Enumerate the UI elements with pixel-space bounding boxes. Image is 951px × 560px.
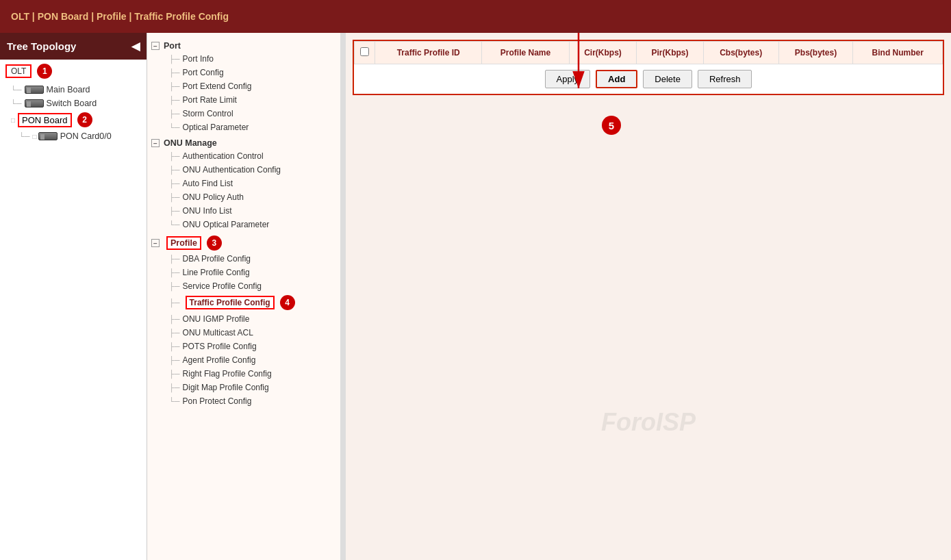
nav-item-onu-policy-auth[interactable]: ├─ ONU Policy Auth <box>147 190 340 204</box>
refresh-button[interactable]: Refresh <box>698 70 752 88</box>
port-section-header[interactable]: − Port <box>147 40 340 52</box>
main-layout: Tree Topology ◀ OLT 1 └─ Main Board └─ S… <box>0 33 951 560</box>
tree-switch-board[interactable]: └─ Switch Board <box>0 97 147 110</box>
watermark: ForoISP <box>601 408 696 437</box>
col-bind-number: Bind Number <box>853 42 943 64</box>
pon-board-cb: □ <box>11 116 15 124</box>
nav-item-auto-find[interactable]: ├─ Auto Find List <box>147 177 340 190</box>
port-section-label: Port <box>164 41 181 51</box>
breadcrumb: OLT | PON Board | Profile | Traffic Prof… <box>11 11 229 22</box>
apply-button[interactable]: Apply <box>545 70 591 88</box>
onu-section-label: ONU Manage <box>164 138 217 148</box>
olt-label: OLT <box>11 66 26 76</box>
nav-item-service-profile[interactable]: ├─ Service Profile Config <box>147 279 340 293</box>
tree-olt-row: OLT 1 <box>0 60 147 83</box>
badge-5: 5 <box>602 116 621 135</box>
nav-item-onu-auth-config[interactable]: ├─ ONU Authentication Config <box>147 163 340 177</box>
nav-item-traffic-profile[interactable]: ├─ Traffic Profile Config 4 <box>147 293 340 312</box>
pon-card-icon <box>38 132 58 140</box>
col-pir-kbps: Pir(Kbps) <box>637 42 703 64</box>
col-traffic-profile-id: Traffic Profile ID <box>375 42 482 64</box>
nav-item-port-config[interactable]: ├─ Port Config <box>147 66 340 79</box>
pon-board-label: PON Board <box>22 115 67 125</box>
onu-expand-icon[interactable]: − <box>151 139 160 147</box>
olt-node[interactable]: OLT <box>5 64 31 78</box>
col-checkbox <box>355 42 375 64</box>
nav-section-profile: − Profile 3 ├─ DBA Profile Config ├─ Lin… <box>147 233 340 409</box>
pon-board-node[interactable]: PON Board <box>18 113 71 127</box>
nav-panel: − Port ├─ Port Info ├─ Port Config ├─ Po… <box>147 33 346 560</box>
pon-card-cb: □ <box>33 133 37 140</box>
nav-item-storm-control[interactable]: ├─ Storm Control <box>147 107 340 120</box>
nav-item-optical-param[interactable]: └─ Optical Parameter <box>147 120 340 134</box>
nav-item-agent-profile[interactable]: ├─ Agent Profile Config <box>147 353 340 367</box>
profile-expand-icon[interactable]: − <box>151 239 160 247</box>
nav-item-onu-info-list[interactable]: ├─ ONU Info List <box>147 204 340 218</box>
switch-board-icon <box>25 99 44 107</box>
nav-section-port: − Port ├─ Port Info ├─ Port Config ├─ Po… <box>147 38 340 136</box>
badge-2: 2 <box>77 112 92 127</box>
badge-3: 3 <box>207 236 222 251</box>
nav-item-line-profile[interactable]: ├─ Line Profile Config <box>147 266 340 279</box>
traffic-profile-table: Traffic Profile ID Profile Name Cir(Kbps… <box>354 41 943 64</box>
badge-5-container: 5 <box>599 116 621 135</box>
content-area: − Port ├─ Port Info ├─ Port Config ├─ Po… <box>147 33 951 560</box>
tree-pon-card[interactable]: └─ □ PON Card0/0 <box>0 129 147 143</box>
onu-section-header[interactable]: − ONU Manage <box>147 137 340 149</box>
pon-card-connector: └─ <box>19 132 30 140</box>
switch-board-label: Switch Board <box>47 99 97 108</box>
scrollbar-area: − Port ├─ Port Info ├─ Port Config ├─ Po… <box>147 33 951 560</box>
nav-item-pots-profile[interactable]: ├─ POTS Profile Config <box>147 340 340 353</box>
main-board-icon <box>25 86 44 94</box>
switch-board-connector: └─ <box>11 99 22 107</box>
nav-item-port-rate-limit[interactable]: ├─ Port Rate Limit <box>147 93 340 107</box>
nav-item-onu-optical-param[interactable]: └─ ONU Optical Parameter <box>147 218 340 231</box>
profile-section-header[interactable]: − Profile 3 <box>147 234 340 252</box>
toolbar: Apply Add Delete Refresh <box>354 64 943 94</box>
select-all-checkbox[interactable] <box>360 47 369 56</box>
sidebar-collapse-arrow[interactable]: ◀ <box>131 40 140 53</box>
table-container: Traffic Profile ID Profile Name Cir(Kbps… <box>353 40 944 95</box>
nav-item-onu-multicast-acl[interactable]: ├─ ONU Multicast ACL <box>147 326 340 340</box>
nav-item-auth-control[interactable]: ├─ Authentication Control <box>147 149 340 163</box>
badge-1: 1 <box>37 64 52 79</box>
nav-item-port-info[interactable]: ├─ Port Info <box>147 52 340 66</box>
main-board-label: Main Board <box>47 85 90 94</box>
sidebar-title: Tree Topology ◀ <box>0 33 147 60</box>
col-cbs-bytes: Cbs(bytes) <box>703 42 778 64</box>
traffic-profile-label: Traffic Profile Config <box>186 296 275 309</box>
main-panel: Traffic Profile ID Profile Name Cir(Kbps… <box>346 33 951 560</box>
port-expand-icon[interactable]: − <box>151 42 160 50</box>
nav-item-right-flag-profile[interactable]: ├─ Right Flag Profile Config <box>147 367 340 381</box>
col-pbs-bytes: Pbs(bytes) <box>778 42 853 64</box>
sidebar-title-text: Tree Topology <box>7 40 76 52</box>
col-profile-name: Profile Name <box>482 42 569 64</box>
tree-pon-board-row: □ PON Board 2 <box>0 110 147 129</box>
nav-item-port-extend-config[interactable]: ├─ Port Extend Config <box>147 79 340 93</box>
tree-main-board[interactable]: └─ Main Board <box>0 83 147 97</box>
top-header: OLT | PON Board | Profile | Traffic Prof… <box>0 0 951 33</box>
col-cir-kbps: Cir(Kbps) <box>569 42 637 64</box>
nav-item-digit-map-profile[interactable]: ├─ Digit Map Profile Config <box>147 381 340 394</box>
main-board-connector: └─ <box>11 86 22 94</box>
nav-item-pon-protect-config[interactable]: └─ Pon Protect Config <box>147 394 340 408</box>
add-button[interactable]: Add <box>596 70 637 88</box>
nav-item-onu-igmp-profile[interactable]: ├─ ONU IGMP Profile <box>147 312 340 326</box>
badge-4: 4 <box>280 295 295 310</box>
sidebar: Tree Topology ◀ OLT 1 └─ Main Board └─ S… <box>0 33 147 560</box>
delete-button[interactable]: Delete <box>643 70 692 88</box>
pon-card-label: PON Card0/0 <box>60 131 112 141</box>
nav-section-onu: − ONU Manage ├─ Authentication Control ├… <box>147 136 340 233</box>
profile-section-label: Profile <box>166 236 201 250</box>
nav-item-dba-profile[interactable]: ├─ DBA Profile Config <box>147 252 340 266</box>
